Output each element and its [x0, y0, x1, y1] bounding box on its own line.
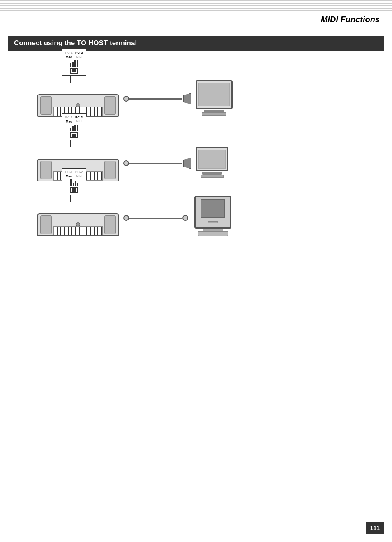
header-stripes [0, 0, 392, 12]
diagram-row-3: PC-1 | PC-2 Mac | MIDI [37, 190, 380, 236]
bar3-2 [74, 125, 76, 131]
popup-labels-2: PC-1 | PC-2 [65, 116, 83, 119]
kb-body-3 [37, 213, 119, 236]
arrow-1: → [62, 60, 380, 68]
diagram-row-2: PC-1 | PC-2 Mac | MIDI [37, 135, 380, 181]
popup-labels-2b: Mac | MIDI [66, 120, 82, 123]
popup-bars-3 [70, 179, 78, 186]
label-midi-1: MIDI [76, 55, 82, 59]
sep1-2: | [74, 116, 74, 119]
monitor-2 [196, 147, 228, 178]
bar2 [72, 62, 74, 67]
label-mac-3: Mac [66, 174, 72, 178]
kb-left-speaker-3 [40, 215, 52, 234]
kb-button-1 [76, 103, 80, 107]
mac-screen [201, 199, 225, 218]
popup-box-1: PC-1 | PC-2 Mac | MIDI [62, 49, 86, 76]
sep1: | [74, 51, 74, 55]
popup-square-3 [70, 187, 78, 193]
bar4-3 [77, 183, 78, 186]
kb-left-speaker-2 [40, 161, 52, 179]
popup-bars-2 [70, 125, 78, 131]
page-title: MIDI Functions [321, 15, 380, 24]
bar3-3 [75, 181, 76, 186]
label-midi-2: MIDI [76, 120, 82, 123]
mac-foot [198, 231, 228, 236]
cable-line-3 [129, 218, 182, 219]
popup-inner-2 [72, 134, 76, 137]
label-pc2-2: PC-2 [75, 116, 83, 119]
cable-left-end-3 [123, 215, 129, 221]
popup-square-1 [70, 68, 78, 74]
monitor-foot-1 [202, 112, 226, 116]
cable-2 [123, 158, 191, 169]
bar2-3 [73, 183, 74, 186]
arrow-2: → [62, 125, 380, 132]
mac-body [194, 196, 231, 229]
callout-line-2 [70, 140, 71, 147]
diagram-row-1: PC-1 | PC-2 Mac | MIDI [37, 70, 380, 117]
cable-line-2 [129, 163, 182, 164]
section-header-title: Connect using the TO HOST terminal [14, 39, 137, 47]
bar1 [70, 63, 71, 67]
cable-line-1 [129, 98, 182, 100]
label-pc1-2: PC-1 [65, 116, 73, 119]
content-area: → PC-1 | PC-2 Mac | MIDI [0, 51, 392, 248]
keyboard-1: PC-1 | PC-2 Mac | MIDI [37, 70, 119, 117]
cable-3 [123, 215, 188, 221]
monitor-screen-outer-2 [196, 147, 228, 171]
kb-right-speaker-2 [104, 161, 116, 179]
label-mac-2: Mac [66, 120, 72, 123]
dsub-connector-2 [183, 158, 191, 169]
popup-box-3: PC-1 | PC-2 Mac | MIDI [62, 168, 86, 195]
monitor-1 [196, 80, 233, 116]
callout-line-3 [70, 195, 71, 202]
page-title-area: MIDI Functions [0, 12, 392, 28]
popup-inner-1 [72, 69, 76, 72]
sep2-3: | [74, 174, 74, 178]
label-midi-3: MIDI [76, 174, 82, 178]
diagram-3: PC-1 | PC-2 Mac | MIDI [12, 190, 380, 236]
kb-keys-3 [53, 226, 103, 235]
bar4-2 [77, 125, 78, 131]
cable-1 [123, 93, 191, 104]
label-pc1-1: PC-1 [65, 51, 73, 55]
diagram-1: → PC-1 | PC-2 Mac | MIDI [12, 60, 380, 117]
bar1-3 [70, 179, 72, 186]
sep2: | [74, 55, 74, 59]
monitor-screen-inner-1 [198, 83, 230, 106]
keyboard-3: PC-1 | PC-2 Mac | MIDI [37, 190, 119, 236]
cable-left-end-2 [123, 160, 129, 166]
kb-right-speaker-3 [104, 215, 116, 234]
mac-computer [192, 196, 233, 236]
mac-disk [208, 221, 218, 223]
cable-right-end-3 [182, 215, 188, 221]
label-pc2-3: PC-2 [75, 170, 83, 174]
cable-left-end-1 [123, 96, 129, 102]
popup-labels-1: PC-1 | PC-2 [65, 51, 83, 55]
callout-line-1 [70, 75, 71, 83]
monitor-foot-2 [201, 175, 224, 178]
page-number: 111 [366, 522, 384, 534]
popup-box-2: PC-1 | PC-2 Mac | MIDI [62, 113, 86, 140]
section-header: Connect using the TO HOST terminal [8, 36, 384, 51]
popup-square-2 [70, 132, 78, 138]
bar4 [77, 60, 78, 67]
popup-labels-1b: Mac | MIDI [66, 55, 82, 59]
monitor-screen-outer-1 [196, 80, 233, 109]
bar1-2 [70, 128, 71, 131]
sep1-3: | [74, 170, 74, 174]
monitor-screen-inner-2 [198, 150, 226, 169]
bar2-2 [72, 126, 74, 131]
label-pc1-3: PC-1 [65, 170, 73, 174]
kb-right-speaker-1 [104, 96, 116, 115]
label-pc2-1: PC-2 [75, 51, 83, 55]
popup-bars-1 [70, 60, 78, 67]
dsub-connector-1 [183, 93, 191, 104]
kb-wrapper-3 [37, 213, 119, 236]
kb-left-speaker-1 [40, 96, 52, 115]
popup-labels-3: PC-1 | PC-2 [65, 170, 83, 174]
bar3 [74, 60, 76, 67]
popup-inner-3 [72, 188, 76, 192]
popup-labels-3b: Mac | MIDI [66, 174, 82, 178]
